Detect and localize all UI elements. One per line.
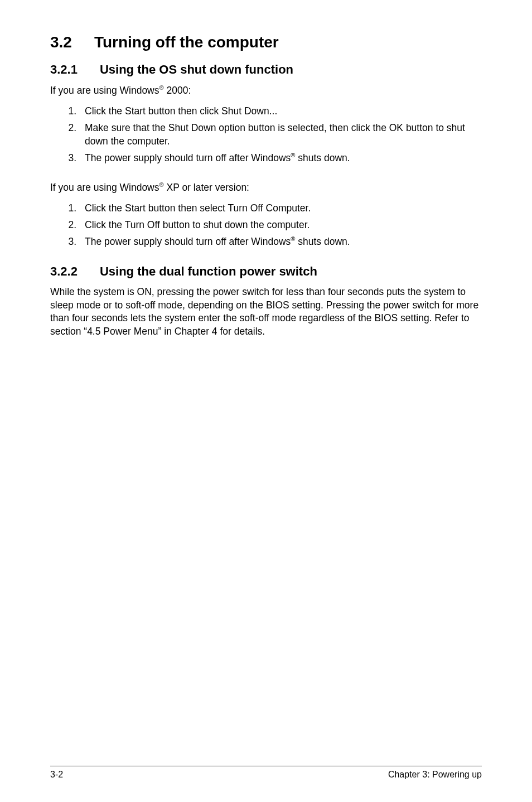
section-heading: 3.2Turning off the computer [50,33,482,51]
subsection-heading: 3.2.1Using the OS shut down function [50,62,482,77]
section-title-text: Turning off the computer [94,33,279,51]
text: shuts down. [295,152,350,163]
page-footer: 3-2 Chapter 3: Powering up [50,766,482,780]
text: The power supply should turn off after W… [85,236,291,247]
ordered-list: Click the Start button then select Turn … [50,202,482,249]
subsection-title-text: Using the dual function power switch [100,264,317,278]
text: The power supply should turn off after W… [85,152,291,163]
text: If you are using Windows [50,182,159,193]
text: XP or later version: [164,182,249,193]
list-item: The power supply should turn off after W… [79,235,482,248]
list-item: Make sure that the Shut Down option butt… [79,122,482,148]
list-item: Click the Start button then select Turn … [79,202,482,215]
registered-symbol: ® [159,181,164,188]
section-number: 3.2 [50,33,72,51]
text: shuts down. [295,236,350,247]
subsection-heading: 3.2.2Using the dual function power switc… [50,264,482,279]
text: 2000: [164,85,191,96]
list-item: Click the Start button then click Shut D… [79,105,482,118]
subsection-title-text: Using the OS shut down function [100,62,293,76]
paragraph: While the system is ON, pressing the pow… [50,286,482,339]
paragraph: If you are using Windows® XP or later ve… [50,181,482,194]
list-item: The power supply should turn off after W… [79,151,482,165]
paragraph: If you are using Windows® 2000: [50,84,482,97]
subsection-number: 3.2.2 [50,264,78,278]
registered-symbol: ® [159,84,164,91]
text: If you are using Windows [50,85,159,96]
subsection-number: 3.2.1 [50,62,78,76]
ordered-list: Click the Start button then click Shut D… [50,105,482,165]
list-item: Click the Turn Off button to shut down t… [79,219,482,232]
chapter-label: Chapter 3: Powering up [388,770,482,780]
page-number: 3-2 [50,770,63,780]
